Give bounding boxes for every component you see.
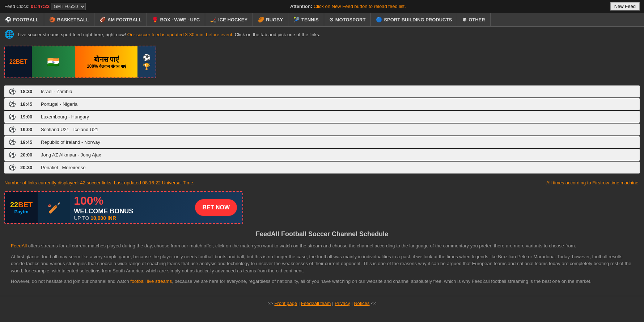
banner-bottom-welcome: WELCOME BONUS [74,208,191,215]
nav-item-sport-building[interactable]: 🔵 SPORT BUILDING PRODUCTS [371,13,457,26]
match-time-2: 18:45 [20,101,37,107]
nav-label-am-football: AM FOOTBALL [107,17,142,22]
other-icon: ⊕ [462,17,467,22]
cricket-player-icon: 🏏 [38,192,70,223]
match-time-4: 19:00 [20,127,37,132]
football-streams-link[interactable]: football live streams [130,279,172,284]
content-para-1-text: offers streams for all current matches p… [28,243,576,248]
footer-sep-3: | [351,301,352,306]
match-name-2: Portugal - Nigeria [41,101,77,107]
tennis-icon: 🎾 [293,17,300,22]
new-feed-button[interactable]: New Feed [610,2,640,11]
box-icon: 🥊 [152,17,158,22]
footer-sep-1: | [298,301,300,306]
footer-prefix: >> [268,301,273,306]
ball-icon-1: ⚽ [9,88,16,95]
attention-label: Attention: [290,4,312,9]
match-name-5: Republic of Ireland - Norway [41,139,100,145]
info-text: Live soccer streams sport feed right her… [18,32,320,37]
nav-item-ice-hockey[interactable]: 🏒 ICE HOCKEY [205,13,253,26]
front-page-link[interactable]: Front page [274,301,297,306]
banner-top[interactable]: 22BET 🇮🇳 बोनस पाएं 100% वेलकम बोनस पाएं … [4,46,156,78]
feedall-link-1[interactable]: FeedAll [11,243,27,248]
time-note: All times according to Firstrow time mac… [546,180,640,185]
banner-top-flags: ⚽ 🏆 [137,46,156,78]
footer-suffix: << [371,301,376,306]
content-title: FeedAll Football Soccer Channel Schedule [11,230,633,238]
match-list: ⚽ 18:30 Israel - Zambia ⚽ 18:45 Portugal… [4,85,640,173]
banner-bottom-pct: 100% [74,194,191,208]
table-row[interactable]: ⚽ 19:00 Luxembourg - Hungary [4,111,640,123]
content-para-2: At first glance, football may seem like … [11,253,633,275]
nav-item-basketball[interactable]: 🏀 BASKETBALL [44,13,94,26]
nav-item-football[interactable]: ⚽ FOOTBALL [0,13,44,26]
info-text-after: Click on the tab and pick one of the lin… [235,32,320,37]
nav-item-rugby[interactable]: 🏉 RUGBY [253,13,288,26]
table-row[interactable]: ⚽ 20:30 Penafiel - Moreirense [4,162,640,173]
sport-building-icon: 🔵 [376,17,382,22]
nav-item-other[interactable]: ⊕ OTHER [457,13,491,26]
match-name-7: Penafiel - Moreirense [41,165,86,170]
match-time-5: 19:45 [20,139,37,145]
info-highlight: Our soccer feed is updated 3-30 min. bef… [127,32,233,37]
footer: >> Front page | Feed2all team | Privacy … [0,296,644,310]
paytm-label: Paytm [14,209,29,214]
table-row[interactable]: ⚽ 20:00 Jong AZ Alkmaar - Jong Ajax [4,149,640,161]
bet-now-button[interactable]: BET NOW [195,199,237,216]
header-bar: Feed Clock: 01:47:22 GMT +05:30 Attentio… [0,0,644,13]
match-name-3: Luxembourg - Hungary [41,114,89,120]
stats-bar: Number of links currently displayed: 42 … [0,177,644,188]
nav-item-motosport[interactable]: ⊙ MOTOSPORT [324,13,371,26]
privacy-link[interactable]: Privacy [335,301,350,306]
match-name-4: Scotland U21 - Iceland U21 [41,127,98,132]
banner-bottom-area: 22BET Paytm 🏏 100% WELCOME BONUS UP TO 1… [0,188,644,227]
feed2all-team-link[interactable]: Feed2all team [301,301,331,306]
nav-item-tennis[interactable]: 🎾 TENNIS [288,13,324,26]
banner-bottom-upto: UP TO 10,000 INR [74,215,191,221]
banner-top-area: 22BET 🇮🇳 बोनस पाएं 100% वेलकम बोनस पाएं … [0,42,644,82]
nav-bar: ⚽ FOOTBALL 🏀 BASKETBALL 🏈 AM FOOTBALL 🥊 … [0,13,644,27]
globe-icon: 🌐 [4,30,14,39]
ball-icon-3: ⚽ [9,113,16,120]
table-row[interactable]: ⚽ 18:45 Portugal - Nigeria [4,98,640,110]
basketball-icon: 🏀 [49,17,55,22]
banner-bottom-offer: 100% WELCOME BONUS UP TO 10,000 INR [70,194,195,221]
content-area: FeedAll Football Soccer Channel Schedule… [0,227,644,292]
feed-clock-label: Feed Clock: [4,4,29,9]
table-row[interactable]: ⚽ 19:00 Scotland U21 - Iceland U21 [4,124,640,135]
banner-top-image: 🇮🇳 [32,46,75,78]
flag2-icon: 🏆 [143,63,151,71]
feed-clock: Feed Clock: 01:47:22 GMT +05:30 [4,3,86,10]
content-para-3: However, do not hesitate and join our ch… [11,278,633,285]
stats-text: Number of links currently displayed: 42 … [4,180,194,185]
nav-label-ice-hockey: ICE HOCKEY [218,17,247,22]
ball-icon-7: ⚽ [9,164,16,171]
ball-icon-5: ⚽ [9,139,16,146]
banner-top-offer: बोनस पाएं 100% वेलकम बोनस पाएं [75,46,137,78]
match-time-3: 19:00 [20,114,37,120]
table-row[interactable]: ⚽ 18:30 Israel - Zambia [4,85,640,97]
rugby-icon: 🏉 [258,17,264,22]
match-time-1: 18:30 [20,89,37,94]
nav-label-motosport: MOTOSPORT [335,17,366,22]
nav-item-am-football[interactable]: 🏈 AM FOOTBALL [94,13,147,26]
motosport-icon: ⊙ [329,17,334,22]
timezone-select[interactable]: GMT +05:30 [51,3,86,10]
ice-hockey-icon: 🏒 [210,17,216,22]
ball-icon-4: ⚽ [9,126,16,133]
nav-label-basketball: BASKETBALL [57,17,89,22]
match-time-7: 20:30 [20,165,37,170]
nav-label-football: FOOTBALL [13,17,39,22]
attention-text: Click on New Feed button to reload feed … [314,4,406,9]
nav-item-box[interactable]: 🥊 BOX · WWE · UFC [147,13,205,26]
flag1-icon: ⚽ [143,54,151,62]
banner-bottom-logo: 22BET Paytm [5,192,38,223]
banner-bottom[interactable]: 22BET Paytm 🏏 100% WELCOME BONUS UP TO 1… [4,191,243,224]
football-icon: ⚽ [5,17,11,22]
footer-sep-2: | [332,301,333,306]
info-bar: 🌐 Live soccer streams sport feed right h… [0,27,644,42]
table-row[interactable]: ⚽ 19:45 Republic of Ireland - Norway [4,136,640,148]
attention-bar: Attention: Click on New Feed button to r… [290,4,406,9]
content-para-1: FeedAll offers streams for all current m… [11,242,633,250]
notices-link[interactable]: Notices [354,301,369,306]
